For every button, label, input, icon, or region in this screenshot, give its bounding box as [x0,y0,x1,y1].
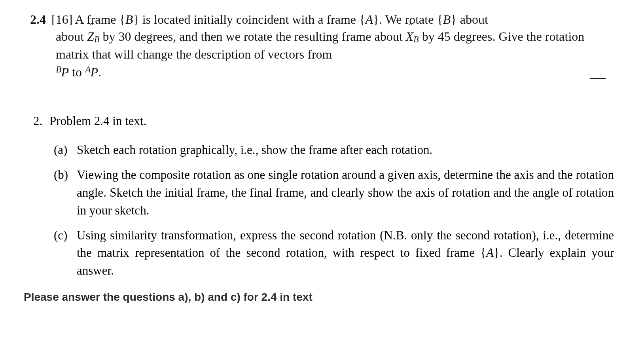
subitem-b: (b) Viewing the composite rotation as on… [54,166,622,220]
subitem-text: Sketch each rotation graphically, i.e., … [77,143,432,157]
frame-letter: B [125,12,133,27]
text-segment: to [69,65,85,79]
stray-dash-mark [590,78,606,79]
answer-instruction: Please answer the questions a), b) and c… [22,291,622,303]
problem-excerpt-block: 2.4 [16] A frame {B} is located initiall… [22,11,622,81]
subitem-c: (c) Using similarity transformation, exp… [54,227,622,280]
problem-marks: [16] [51,12,72,27]
problem-number: 2.4 [30,12,46,27]
frame-letter: A [365,12,373,27]
subitem-label: (b) [54,166,68,184]
subitem-label: (a) [54,141,67,159]
outer-text: Problem 2.4 in text. [49,114,146,128]
vector-p: P [61,65,69,79]
subproblems-block: 2. Problem 2.4 in text. (a) Sketch each … [22,112,622,280]
outer-label: 2. [33,114,42,128]
document-page: 2.4 [16] A frame {B} is located initiall… [0,0,644,311]
frame-letter: B [443,12,451,27]
x-hat-symbol: ˆX [406,28,414,45]
text-segment: . [98,65,101,79]
problem-text: 2.4 [16] A frame {B} is located initiall… [22,11,622,81]
text-segment: } about [451,12,488,27]
subitem-label: (c) [54,227,67,245]
subscript: B [413,35,419,45]
outer-list-item: 2. Problem 2.4 in text. [33,112,622,130]
subitem-a: (a) Sketch each rotation graphically, i.… [54,141,622,159]
subscript: B [94,35,100,45]
sub-list: (a) Sketch each rotation graphically, i.… [33,141,622,280]
text-continuation-prefix: about [56,29,87,44]
frame-letter: A [486,246,494,260]
text-segment: by 30 degrees, and then we rotate the re… [100,29,406,44]
vector-p: P [90,65,98,79]
text-segment: } is located initially coincident with a… [133,12,365,27]
subitem-text: Viewing the composite rotation as one si… [77,168,614,217]
text-segment: A frame { [72,12,125,27]
z-hat-symbol: ˆZ [87,28,94,45]
